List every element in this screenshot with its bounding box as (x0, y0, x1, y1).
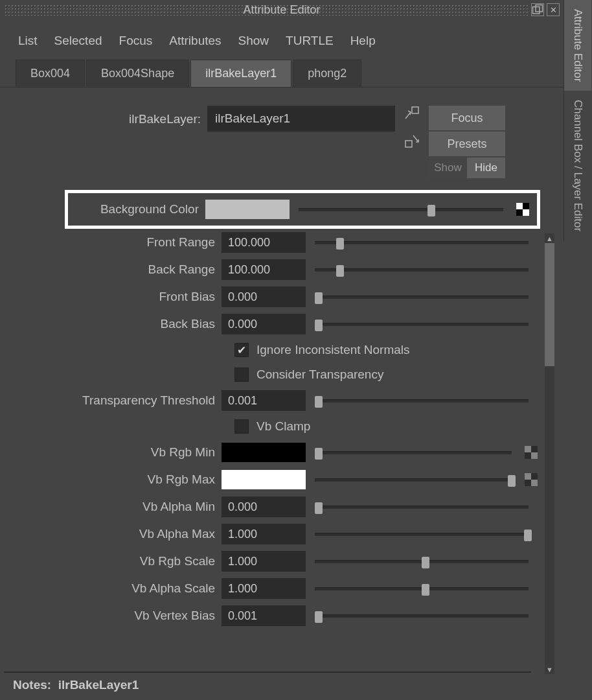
vb-alpha-min-input[interactable] (222, 496, 306, 517)
downstream-icon[interactable] (404, 133, 420, 148)
node-type-label: ilrBakeLayer: (13, 106, 207, 126)
presets-button[interactable]: Presets (429, 132, 505, 156)
back-range-input[interactable] (222, 259, 306, 280)
menubar: List Selected Focus Attributes Show TURT… (0, 19, 564, 60)
vb-alpha-max-input[interactable] (222, 524, 306, 544)
back-range-slider[interactable] (315, 268, 529, 272)
menu-help[interactable]: Help (350, 34, 376, 48)
back-range-label: Back Range (13, 262, 222, 277)
front-range-label: Front Range (13, 235, 222, 250)
vb-rgb-max-label: Vb Rgb Max (13, 472, 222, 487)
vb-rgb-min-connect-icon[interactable] (525, 446, 538, 459)
vb-rgb-max-swatch[interactable] (222, 470, 306, 489)
vb-rgb-scale-label: Vb Rgb Scale (13, 554, 222, 568)
front-bias-input[interactable] (222, 286, 306, 307)
back-bias-label: Back Bias (13, 317, 222, 331)
vb-vertex-bias-label: Vb Vertex Bias (13, 609, 222, 623)
tab-box004shape[interactable]: Box004Shape (86, 60, 189, 87)
attribute-editor-panel: Attribute Editor ✕ List Selected Focus A… (0, 0, 564, 700)
transparency-threshold-slider[interactable] (315, 399, 529, 402)
side-tab-channel-box[interactable]: Channel Box / Layer Editor (564, 91, 591, 240)
tab-ilrbakelayer1[interactable]: ilrBakeLayer1 (190, 60, 291, 87)
ignore-inconsistent-checkbox[interactable]: ✔ (234, 343, 249, 357)
vb-rgb-min-swatch[interactable] (222, 443, 306, 462)
notes-node-name: ilrBakeLayer1 (58, 678, 139, 692)
tab-box004[interactable]: Box004 (16, 60, 85, 87)
front-bias-label: Front Bias (13, 290, 222, 304)
vb-alpha-min-slider[interactable] (315, 506, 529, 509)
checkmark-icon: ✔ (237, 344, 246, 357)
background-color-swatch[interactable] (205, 200, 290, 219)
vb-alpha-min-label: Vb Alpha Min (13, 500, 222, 514)
titlebar-grip-left[interactable] (4, 4, 266, 16)
back-bias-input[interactable] (222, 314, 306, 334)
background-color-slider[interactable] (299, 208, 503, 211)
vertical-scrollbar[interactable]: ▲ ▼ (545, 233, 554, 674)
svg-rect-3 (405, 141, 412, 147)
node-tabs: Box004 Box004Shape ilrBakeLayer1 phong2 (0, 60, 564, 88)
highlighted-attribute: Background Color (65, 190, 540, 229)
node-name-input[interactable] (207, 106, 395, 132)
menu-attributes[interactable]: Attributes (169, 34, 221, 48)
titlebar: Attribute Editor ✕ (0, 0, 564, 19)
transparency-threshold-label: Transparency Threshold (13, 393, 222, 408)
menu-turtle[interactable]: TURTLE (286, 34, 334, 48)
scrollbar-thumb[interactable] (545, 243, 554, 366)
front-range-input[interactable] (222, 232, 306, 253)
attributes-area: Front Range Back Range Front Bias Back B… (0, 229, 564, 629)
vb-vertex-bias-input[interactable] (222, 605, 306, 626)
vb-rgb-min-label: Vb Rgb Min (13, 445, 222, 460)
consider-transparency-checkbox[interactable] (234, 368, 249, 382)
side-tab-attribute-editor[interactable]: Attribute Editor (564, 0, 591, 91)
svg-rect-2 (412, 107, 418, 113)
focus-button[interactable]: Focus (429, 106, 505, 130)
ignore-inconsistent-label: Ignore Inconsistent Normals (256, 343, 410, 357)
transparency-threshold-input[interactable] (222, 390, 306, 411)
vb-clamp-label: Vb Clamp (256, 419, 310, 434)
notes-label: Notes: (13, 678, 51, 692)
vb-alpha-scale-slider[interactable] (315, 587, 529, 590)
vb-vertex-bias-slider[interactable] (315, 614, 529, 618)
background-color-label: Background Color (76, 202, 205, 216)
vb-clamp-checkbox[interactable] (234, 419, 249, 434)
scroll-down-arrow-icon[interactable]: ▼ (545, 664, 554, 674)
notes-section[interactable]: Notes: ilrBakeLayer1 (4, 671, 531, 697)
back-bias-slider[interactable] (315, 323, 529, 326)
vb-rgb-scale-input[interactable] (222, 551, 306, 572)
background-color-connect-icon[interactable] (516, 203, 529, 216)
side-tabs: Attribute Editor Channel Box / Layer Edi… (564, 0, 592, 700)
vb-alpha-scale-label: Vb Alpha Scale (13, 581, 222, 596)
menu-show[interactable]: Show (238, 34, 269, 48)
consider-transparency-label: Consider Transparency (256, 368, 383, 382)
vb-alpha-scale-input[interactable] (222, 578, 306, 599)
front-bias-slider[interactable] (315, 296, 529, 299)
vb-rgb-scale-slider[interactable] (315, 560, 529, 563)
scroll-up-arrow-icon[interactable]: ▲ (545, 233, 554, 243)
vb-rgb-min-slider[interactable] (315, 451, 512, 454)
panel-title: Attribute Editor (243, 3, 320, 17)
tab-phong2[interactable]: phong2 (293, 60, 361, 87)
close-button[interactable]: ✕ (547, 3, 560, 16)
show-button[interactable]: Show (429, 158, 467, 178)
menu-focus[interactable]: Focus (119, 34, 153, 48)
menu-selected[interactable]: Selected (54, 34, 102, 48)
node-header: ilrBakeLayer: Focus Presets Show Hide (0, 88, 564, 183)
front-range-slider[interactable] (315, 241, 529, 244)
hide-button[interactable]: Hide (467, 158, 505, 178)
restore-button[interactable] (531, 3, 544, 16)
upstream-icon[interactable] (404, 106, 420, 121)
menu-list[interactable]: List (18, 34, 38, 48)
vb-alpha-max-label: Vb Alpha Max (13, 527, 222, 541)
vb-alpha-max-slider[interactable] (315, 533, 529, 536)
vb-rgb-max-connect-icon[interactable] (525, 473, 538, 486)
vb-rgb-max-slider[interactable] (315, 478, 512, 482)
